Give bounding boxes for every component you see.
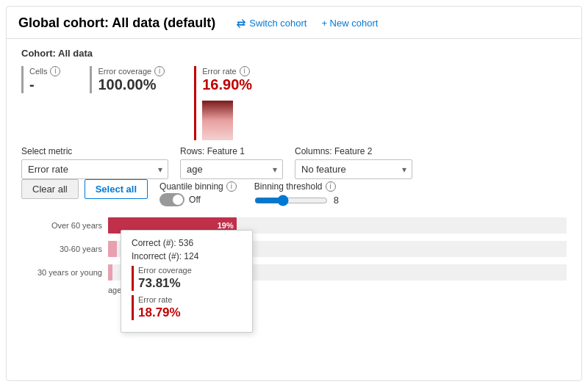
header-actions: Switch cohort + New cohort	[233, 16, 381, 30]
cells-value: -	[29, 76, 60, 93]
tooltip-correct: Correct (#): 536	[132, 238, 242, 248]
quantile-label: Quantile binning	[159, 181, 223, 192]
error-rate-bar	[202, 96, 246, 140]
clear-all-button[interactable]: Clear all	[21, 179, 79, 199]
error-coverage-info-icon[interactable]: i	[154, 66, 165, 76]
tooltip-error-rate-val: 18.79%	[138, 305, 242, 320]
cols-feature-label: Columns: Feature 2	[295, 146, 412, 156]
select-all-button[interactable]: Select all	[85, 179, 148, 199]
quantile-toggle[interactable]	[159, 193, 184, 206]
quantile-group: Quantile binning i Off	[159, 181, 237, 206]
main-panel: Global cohort: All data (default) Switch…	[6, 6, 582, 381]
binning-info-icon[interactable]: i	[326, 181, 336, 192]
tooltip-error-coverage-val: 73.81%	[138, 276, 242, 291]
rows-feature-wrapper: age income	[180, 159, 283, 179]
header: Global cohort: All data (default) Switch…	[7, 7, 581, 39]
select-metric-dropdown[interactable]: Error rate Precision Recall	[21, 159, 168, 179]
chart-row-3: 30 years or young	[21, 262, 567, 283]
row-label-3: 30 years or young	[21, 268, 102, 277]
slider-row: 8	[254, 195, 339, 206]
binning-slider[interactable]	[254, 195, 328, 206]
tooltip-error-rate-block: Error rate 18.79%	[132, 295, 242, 320]
switch-cohort-button[interactable]: Switch cohort	[233, 16, 309, 30]
rows-feature-group: Rows: Feature 1 age income	[180, 146, 283, 179]
toggle-container: Off	[159, 193, 237, 206]
select-metric-wrapper: Error rate Precision Recall	[21, 159, 168, 179]
chart-area: Over 60 years 19% 30-60 years 30 years o…	[21, 215, 567, 294]
cols-feature-dropdown[interactable]: No feature age income	[295, 159, 412, 179]
toggle-knob	[173, 195, 183, 205]
rows-feature-label: Rows: Feature 1	[180, 146, 283, 156]
error-coverage-metric: Error coverage i 100.00%	[90, 66, 179, 93]
binning-threshold-group: Binning threshold i 8	[254, 181, 339, 206]
chart-row-1: Over 60 years 19%	[21, 215, 567, 236]
tooltip-correct-label: Correct (#):	[132, 238, 176, 248]
select-metric-label: Select metric	[21, 146, 168, 156]
tooltip-error-rate-label: Error rate	[138, 295, 172, 304]
slider-value: 8	[334, 195, 339, 206]
new-cohort-button[interactable]: + New cohort	[318, 16, 381, 30]
tooltip-correct-value: 536	[179, 238, 193, 248]
metrics-row: Cells i - Error coverage i 100.00% Error…	[21, 66, 567, 140]
tooltip-incorrect-label: Incorrect (#):	[132, 251, 182, 261]
select-metric-group: Select metric Error rate Precision Recal…	[21, 146, 168, 179]
cells-label: Cells	[29, 67, 47, 76]
binning-threshold-label: Binning threshold	[254, 181, 323, 192]
switch-icon	[236, 18, 246, 29]
error-rate-metric: Error rate i 16.90%	[194, 66, 267, 140]
cohort-label: Cohort: All data	[21, 48, 567, 59]
cols-feature-group: Columns: Feature 2 No feature age income	[295, 146, 412, 179]
cells-info-icon[interactable]: i	[50, 66, 60, 76]
error-rate-info-icon[interactable]: i	[240, 66, 250, 76]
error-rate-label: Error rate	[202, 67, 236, 76]
bar-fill-3	[108, 264, 112, 281]
tooltip-error-coverage-label: Error coverage	[138, 266, 192, 275]
cells-metric: Cells i -	[21, 66, 75, 93]
chart-row-2: 30-60 years	[21, 239, 567, 259]
content-area: Cohort: All data Cells i - Error coverag…	[7, 39, 581, 303]
buttons-row: Clear all Select all	[21, 179, 148, 199]
error-rate-value: 16.90%	[202, 76, 252, 93]
bar-fill-2	[108, 241, 117, 257]
controls-outer: Select metric Error rate Precision Recal…	[21, 146, 567, 179]
bar-text-1: 19%	[218, 221, 234, 230]
error-coverage-label: Error coverage	[98, 67, 151, 76]
toggle-off-label: Off	[189, 195, 201, 205]
error-coverage-value: 100.00%	[98, 76, 165, 93]
cols-feature-wrapper: No feature age income	[295, 159, 412, 179]
page-title: Global cohort: All data (default)	[18, 15, 215, 31]
rows-feature-dropdown[interactable]: age income	[180, 159, 283, 179]
row-label-2: 30-60 years	[21, 245, 102, 253]
tooltip: Correct (#): 536 Incorrect (#): 124 Erro…	[121, 230, 253, 333]
quantile-info-icon[interactable]: i	[226, 181, 237, 192]
tooltip-incorrect: Incorrect (#): 124	[132, 251, 242, 261]
row-label-1: Over 60 years	[21, 221, 102, 230]
tooltip-incorrect-value: 124	[184, 251, 198, 261]
tooltip-error-coverage-block: Error coverage 73.81%	[132, 266, 242, 291]
bottom-controls: Clear all Select all Quantile binning i …	[21, 179, 567, 208]
